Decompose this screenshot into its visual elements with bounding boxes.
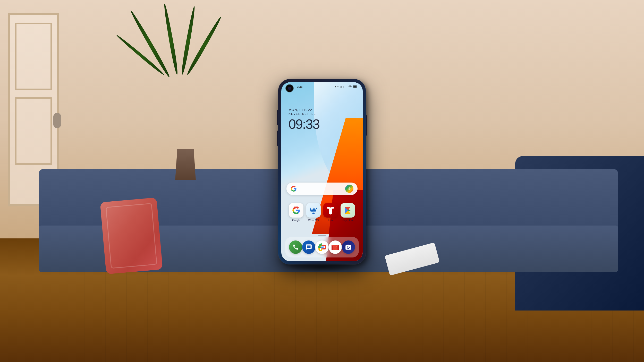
svg-rect-2 xyxy=(353,86,357,88)
dock-phone-app[interactable] xyxy=(289,240,302,254)
notification-icon4: ○ xyxy=(343,85,344,88)
dock-gmail-app[interactable] xyxy=(329,240,342,254)
google-app-label: Google xyxy=(292,219,300,222)
notification-icon2: ● xyxy=(337,85,338,88)
swipe-up-indicator xyxy=(318,235,326,236)
app-wearos[interactable]: Wear OS xyxy=(306,203,321,222)
search-bar[interactable] xyxy=(286,183,358,195)
svg-point-5 xyxy=(312,210,315,213)
notification-icon1: ● xyxy=(335,85,336,88)
google-logo xyxy=(291,186,297,192)
tesla-app-label: Tesla xyxy=(328,219,334,222)
phone-shell: 9:33 ● ● ◎ ○ xyxy=(278,79,366,264)
tesla-app-icon[interactable] xyxy=(323,203,338,218)
wifi-icon xyxy=(348,85,352,89)
plant-pot xyxy=(175,149,196,180)
plant-leaves xyxy=(142,0,206,154)
playstore-app-icon[interactable] xyxy=(341,203,355,218)
svg-rect-1 xyxy=(357,86,357,88)
dock-chrome-app[interactable] xyxy=(315,240,328,254)
app-tesla[interactable]: Tesla xyxy=(323,203,338,222)
svg-point-3 xyxy=(294,206,296,209)
svg-point-4 xyxy=(297,206,299,209)
app-grid: Google Wear OS xyxy=(281,203,363,222)
wearos-app-label: Wear OS xyxy=(308,219,319,222)
bottom-dock xyxy=(285,237,359,257)
date-widget: MON, FEB 22 NEVER SETTLE 09:33 xyxy=(289,108,319,132)
voice-search-button[interactable] xyxy=(345,185,353,193)
time-display: 09:33 xyxy=(289,116,319,132)
pillow xyxy=(100,197,163,274)
app-playstore[interactable]: Play Store xyxy=(341,203,355,222)
wearos-app-icon[interactable] xyxy=(306,203,321,218)
playstore-app-label: Play Store xyxy=(342,219,354,222)
phone-screen: 9:33 ● ● ◎ ○ xyxy=(281,82,363,261)
front-camera xyxy=(286,85,293,92)
leaf xyxy=(163,3,179,75)
status-bar: 9:33 ● ● ◎ ○ xyxy=(281,82,363,91)
date-text: MON, FEB 22 xyxy=(289,108,319,112)
dock-camera-app[interactable] xyxy=(342,240,355,254)
phone-wrapper: 9:33 ● ● ◎ ○ xyxy=(278,79,366,264)
date-subtitle: NEVER SETTLE xyxy=(289,112,319,115)
svg-point-8 xyxy=(321,246,323,248)
status-time: 9:33 xyxy=(297,85,302,88)
door-handle xyxy=(53,113,61,128)
phone-shadow xyxy=(289,262,355,272)
notification-icon3: ◎ xyxy=(340,85,342,88)
status-icons: ● ● ◎ ○ xyxy=(335,85,358,89)
app-google[interactable]: Google xyxy=(289,203,303,222)
battery-icon xyxy=(353,85,358,89)
google-app-icon[interactable] xyxy=(289,203,303,218)
dock-messages-app[interactable] xyxy=(302,240,315,254)
